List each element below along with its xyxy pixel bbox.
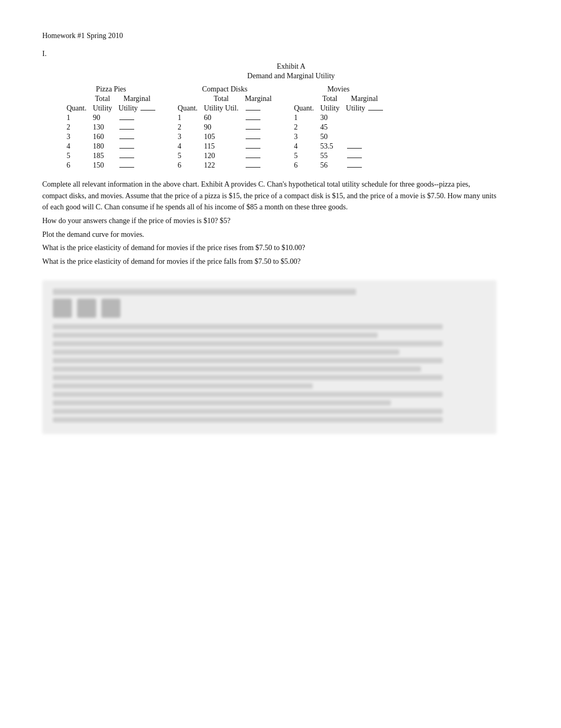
movies-utility-6: 56 — [317, 161, 343, 170]
movies-marginal-4 — [343, 142, 386, 151]
utility-table: Pizza Pies Compact Disks Movies Total Ma… — [63, 85, 386, 170]
paragraph-2: How do your answers change if the price … — [42, 215, 497, 227]
movies-quant-1: 1 — [291, 113, 317, 123]
compact-quant-6: 6 — [174, 161, 201, 170]
blurred-section — [42, 280, 497, 434]
compact-utility-5: 120 — [201, 151, 241, 161]
compact-utility-1: 60 — [201, 113, 241, 123]
compact-quant-3: 3 — [174, 132, 201, 142]
compact-marginal-5 — [241, 151, 275, 161]
pizza-utility-2: 130 — [90, 123, 116, 132]
pizza-quant-6: 6 — [63, 161, 90, 170]
movies-marginal-1 — [343, 113, 386, 123]
pizza-quant-2: 2 — [63, 123, 90, 132]
movies-quant-6: 6 — [291, 161, 317, 170]
pizza-marginal-1 — [115, 113, 158, 123]
compact-marginal-4 — [241, 142, 275, 151]
paragraph-3: Plot the demand curve for movies. — [42, 229, 497, 241]
pizza-marginal-4 — [115, 142, 158, 151]
movies-header: Movies — [291, 85, 386, 94]
homework-title: Homework #1 Spring 2010 — [42, 32, 519, 40]
movies-marginal-5 — [343, 151, 386, 161]
compact-marginal-3 — [241, 132, 275, 142]
pizza-utility-4: 180 — [90, 142, 116, 151]
movies-utility-1: 30 — [317, 113, 343, 123]
section-label: I. — [42, 50, 519, 58]
pizza-quant-1: 1 — [63, 113, 90, 123]
pizza-quant-3: 3 — [63, 132, 90, 142]
pizza-marginal-2 — [115, 123, 158, 132]
compact-quant-1: 1 — [174, 113, 201, 123]
pizza-marginal-6 — [115, 161, 158, 170]
pizza-marginal-5 — [115, 151, 158, 161]
movies-quant-5: 5 — [291, 151, 317, 161]
pizza-header: Pizza Pies — [63, 85, 158, 94]
compact-utility-3: 105 — [201, 132, 241, 142]
compact-header: Compact Disks — [174, 85, 275, 94]
movies-utility-3: 50 — [317, 132, 343, 142]
compact-quant-4: 4 — [174, 142, 201, 151]
compact-marginal-2 — [241, 123, 275, 132]
movies-quant-2: 2 — [291, 123, 317, 132]
movies-utility-2: 45 — [317, 123, 343, 132]
movies-marginal-2 — [343, 123, 386, 132]
compact-quant-2: 2 — [174, 123, 201, 132]
paragraph-5: What is the price elasticity of demand f… — [42, 256, 497, 268]
pizza-quant-5: 5 — [63, 151, 90, 161]
pizza-quant-4: 4 — [63, 142, 90, 151]
compact-utility-4: 115 — [201, 142, 241, 151]
movies-utility-4: 53.5 — [317, 142, 343, 151]
movies-quant-3: 3 — [291, 132, 317, 142]
pizza-utility-5: 185 — [90, 151, 116, 161]
compact-marginal-1 — [241, 113, 275, 123]
pizza-utility-3: 160 — [90, 132, 116, 142]
movies-marginal-3 — [343, 132, 386, 142]
movies-utility-5: 55 — [317, 151, 343, 161]
compact-marginal-6 — [241, 161, 275, 170]
paragraph-1: Complete all relevant information in the… — [42, 179, 497, 213]
movies-marginal-6 — [343, 161, 386, 170]
compact-utility-2: 90 — [201, 123, 241, 132]
compact-utility-6: 122 — [201, 161, 241, 170]
exhibit-subtitle: Demand and Marginal Utility — [63, 72, 519, 80]
movies-quant-4: 4 — [291, 142, 317, 151]
paragraph-4: What is the price elasticity of demand f… — [42, 242, 497, 254]
pizza-utility-1: 90 — [90, 113, 116, 123]
exhibit-title: Exhibit A — [63, 62, 519, 71]
compact-quant-5: 5 — [174, 151, 201, 161]
pizza-marginal-3 — [115, 132, 158, 142]
pizza-utility-6: 150 — [90, 161, 116, 170]
